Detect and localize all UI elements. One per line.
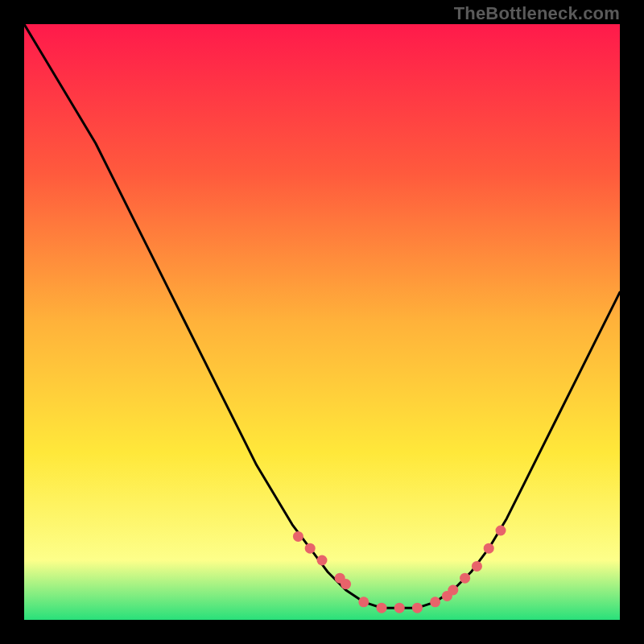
attribution-text: TheBottleneck.com [454, 3, 620, 24]
fit-dot [341, 579, 351, 589]
fit-dot [496, 526, 506, 536]
fit-dot [305, 543, 316, 554]
fit-dot [460, 573, 470, 584]
fit-dot [394, 603, 405, 613]
fit-dot [430, 597, 440, 607]
plot-area [24, 24, 620, 620]
fit-dot [358, 597, 369, 607]
fit-dot [484, 543, 494, 554]
gradient-background [24, 24, 620, 620]
fit-dot [448, 585, 458, 596]
plot-svg [24, 24, 620, 620]
fit-dot [377, 603, 387, 613]
fit-dot [472, 561, 482, 572]
fit-dot [412, 603, 423, 613]
fit-dot [293, 531, 303, 542]
fit-dot [317, 555, 328, 566]
